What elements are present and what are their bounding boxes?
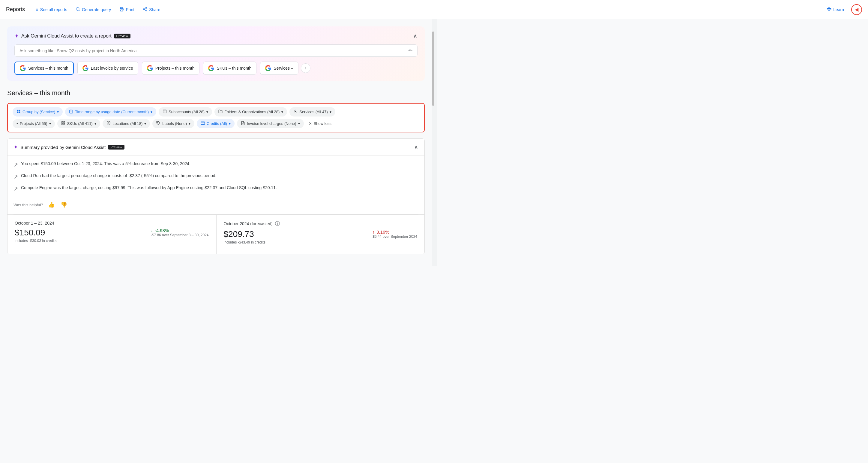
services-filter[interactable]: Services (All 47) ▾ [289, 107, 335, 116]
labels-filter[interactable]: Labels (None) ▾ [152, 119, 194, 128]
svg-point-0 [76, 7, 79, 10]
summary-text-2: Cloud Run had the largest percentage cha… [21, 173, 216, 179]
option-projects-this-month[interactable]: Projects – this month [142, 62, 200, 75]
svg-rect-9 [17, 110, 19, 111]
current-change: ↓ -4.98% [151, 228, 209, 233]
svg-rect-10 [19, 110, 21, 111]
svg-rect-17 [163, 110, 166, 113]
options-next-arrow[interactable]: › [301, 63, 310, 73]
svg-rect-12 [19, 112, 21, 113]
credits-filter-label: Credits (All) [207, 121, 227, 126]
show-less-button[interactable]: ✕ Show less [309, 121, 332, 126]
gemini-collapse-icon[interactable]: ∧ [413, 32, 417, 40]
summary-title: ✦ Summary provided by Gemini Cloud Assis… [13, 144, 124, 150]
option-services-partial[interactable]: Services – [260, 62, 298, 75]
option-label-5: Services – [274, 66, 293, 70]
see-all-reports-label: See all reports [40, 7, 67, 12]
credits-filter[interactable]: Credits (All) ▾ [197, 119, 235, 128]
summary-preview-badge: Preview [108, 145, 124, 149]
option-last-invoice[interactable]: Last invoice by service [78, 62, 138, 75]
gemini-title: ✦ Ask Gemini Cloud Assist to create a re… [14, 33, 130, 39]
time-range-chevron: ▾ [151, 110, 152, 114]
group-by-label: Group by (Service) [23, 110, 55, 114]
summary-text-3: Compute Engine was the largest charge, c… [21, 185, 277, 191]
forecasted-change-pct: 3.16% [376, 229, 389, 234]
see-all-reports-link[interactable]: ≡ See all reports [32, 4, 71, 15]
summary-item-1: ↗ You spent $150.09 between Oct 1-23, 20… [13, 161, 418, 169]
option-label-4: SKUs – this month [217, 66, 251, 70]
summary-collapse-icon[interactable]: ∧ [414, 144, 418, 151]
current-period: October 1 – 23, 2024 [15, 221, 209, 226]
google-logo-3 [147, 65, 153, 71]
scrollbar[interactable] [432, 19, 437, 266]
locations-filter[interactable]: Locations (All 18) ▾ [102, 119, 150, 128]
quick-options: Services – this month Last invoice by se… [14, 62, 299, 75]
learn-button[interactable]: Learn [823, 4, 847, 15]
show-less-label: Show less [314, 121, 332, 126]
generate-query-link[interactable]: Generate query [72, 4, 115, 15]
invoice-charges-filter[interactable]: Invoice level charges (None) ▾ [237, 119, 304, 128]
share-link[interactable]: Share [139, 4, 164, 15]
svg-rect-13 [70, 110, 73, 113]
gemini-search-input[interactable] [20, 48, 408, 53]
current-credits: includes -$30.03 in credits [15, 239, 56, 243]
scroll-thumb[interactable] [432, 31, 434, 106]
summary-sparkle-icon: ✦ [13, 144, 18, 150]
trend-icon-3: ↗ [13, 185, 18, 193]
forecasted-amount: $209.73 [224, 229, 266, 239]
helpful-label: Was this helpful? [13, 203, 43, 207]
svg-point-18 [295, 110, 296, 111]
svg-rect-22 [64, 123, 65, 125]
option-skus-this-month[interactable]: SKUs – this month [203, 62, 256, 75]
filters-row-1: Group by (Service) ▾ Time range by usage… [12, 107, 419, 116]
labels-chevron: ▾ [189, 122, 190, 126]
projects-icon: • [17, 121, 18, 126]
svg-line-1 [79, 10, 80, 11]
share-label: Share [149, 7, 160, 12]
services-filter-label: Services (All 47) [299, 110, 328, 114]
folders-orgs-filter[interactable]: Folders & Organizations (All 28) ▾ [214, 107, 287, 116]
google-logo-2 [83, 65, 89, 71]
invoice-icon [241, 121, 245, 126]
subaccounts-chevron: ▾ [206, 110, 208, 114]
folders-orgs-label: Folders & Organizations (All 28) [224, 110, 280, 114]
google-logo-4 [208, 65, 214, 71]
edit-icon: ✏ [408, 48, 412, 53]
filters-row-2: • Projects (All 55) ▾ SKUs (All 411) ▾ L… [12, 119, 419, 128]
svg-rect-20 [64, 122, 65, 123]
calendar-icon [69, 109, 73, 114]
svg-rect-3 [121, 7, 123, 8]
invoice-charges-label: Invoice level charges (None) [247, 121, 296, 126]
subaccounts-label: Subaccounts (All 28) [168, 110, 205, 114]
up-arrow-icon: ↑ [373, 230, 375, 234]
projects-filter[interactable]: • Projects (All 55) ▾ [12, 119, 55, 128]
time-range-filter[interactable]: Time range by usage date (Current month)… [65, 107, 156, 116]
option-label-3: Projects – this month [155, 66, 195, 70]
summary-title-text: Summary provided by Gemini Cloud Assist [21, 145, 105, 150]
stat-forecasted: October 2024 (forecasted) ⓘ $209.73 incl… [216, 215, 425, 254]
skus-filter[interactable]: SKUs (All 411) ▾ [57, 119, 100, 128]
question-icon[interactable]: ⓘ [275, 221, 280, 226]
time-range-label: Time range by usage date (Current month) [75, 110, 149, 114]
forecasted-change-desc: $6.44 over September 2024 [373, 234, 417, 239]
generate-query-label: Generate query [82, 7, 111, 12]
list-icon: ≡ [36, 7, 38, 12]
collapse-button[interactable]: ◀ [851, 4, 862, 15]
skus-icon [61, 121, 65, 126]
print-link[interactable]: Print [116, 4, 138, 15]
collapse-icon: ◀ [855, 7, 859, 12]
labels-filter-label: Labels (None) [162, 121, 187, 126]
subaccounts-filter[interactable]: Subaccounts (All 28) ▾ [159, 107, 212, 116]
option-label-1: Services – this month [28, 66, 68, 70]
thumbs-up-button[interactable]: 👍 [47, 200, 56, 209]
forecasted-period: October 2024 (forecasted) ⓘ [224, 221, 417, 227]
thumbs-down-button[interactable]: 👎 [59, 200, 68, 209]
group-by-filter[interactable]: Group by (Service) ▾ [12, 107, 63, 116]
page-title-nav: Reports [6, 6, 25, 12]
invoice-charges-chevron: ▾ [298, 122, 300, 126]
google-logo-1 [20, 65, 26, 71]
option-services-this-month[interactable]: Services – this month [14, 62, 74, 75]
projects-chevron: ▾ [49, 122, 51, 126]
gemini-search-bar[interactable]: ✏ [14, 45, 417, 57]
current-change-pct: -4.98% [155, 228, 169, 233]
